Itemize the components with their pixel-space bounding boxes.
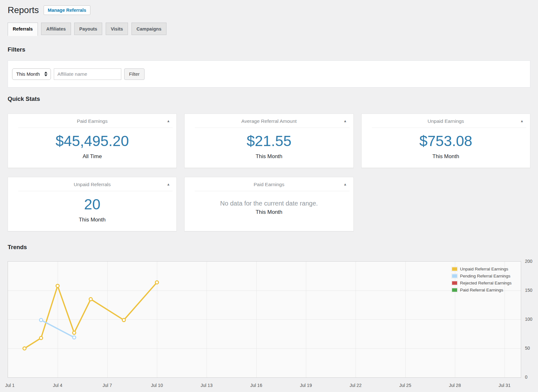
stat-period: This Month — [185, 207, 353, 223]
x-axis-tick-label: Jul 10 — [147, 383, 167, 388]
manage-referrals-button[interactable]: Manage Referrals — [44, 5, 90, 15]
select-stepper-icon — [44, 72, 47, 76]
series-line-unpaid-referral-earnings — [25, 283, 157, 348]
stat-period: This Month — [8, 213, 176, 231]
stat-value: $753.08 — [362, 128, 530, 149]
data-point — [122, 318, 125, 322]
tab-affiliates[interactable]: Affiliates — [41, 23, 71, 35]
stat-card-paid-earnings-all-time: Paid Earnings ▲ $45,495.20 All Time — [8, 114, 177, 168]
chart-legend: Unpaid Referral EarningsPending Referral… — [451, 267, 512, 295]
stat-card-title: Unpaid Referrals — [74, 182, 111, 187]
data-point — [155, 281, 159, 284]
stat-value: $21.55 — [185, 128, 353, 149]
x-axis-tick-label: Jul 25 — [395, 383, 415, 388]
legend-item: Unpaid Referral Earnings — [451, 267, 512, 271]
stat-card-unpaid-referrals: Unpaid Referrals ▲ 20 This Month — [8, 177, 177, 231]
legend-swatch-icon — [451, 288, 458, 292]
stat-card-title: Paid Earnings — [254, 182, 285, 187]
filters-heading: Filters — [8, 46, 530, 53]
collapse-toggle-icon[interactable]: ▲ — [343, 181, 347, 187]
stat-card-title: Unpaid Earnings — [428, 118, 464, 124]
stat-card-paid-earnings-this-month: Paid Earnings ▲ No data for the current … — [184, 177, 353, 231]
tab-payouts[interactable]: Payouts — [74, 23, 102, 35]
report-tabs: Referrals Affiliates Payouts Visits Camp… — [8, 23, 530, 37]
x-axis-tick-label: Jul 4 — [47, 383, 68, 388]
trends-heading: Trends — [8, 243, 530, 251]
data-point — [56, 284, 59, 287]
tab-campaigns[interactable]: Campaigns — [131, 23, 166, 35]
x-axis-tick-label: Jul 13 — [196, 383, 217, 388]
legend-label: Paid Referral Earnings — [460, 288, 503, 292]
data-point — [73, 331, 76, 334]
chart-canvas — [8, 262, 521, 377]
collapse-toggle-icon[interactable]: ▲ — [343, 118, 347, 124]
data-point — [89, 298, 92, 301]
y-axis-tick-label: 200 — [525, 259, 538, 264]
x-axis-tick-label: Jul 28 — [445, 383, 465, 388]
stat-card-unpaid-earnings: Unpaid Earnings ▲ $753.08 This Month — [361, 114, 530, 168]
y-axis-tick-label: 0 — [525, 374, 538, 380]
affiliate-name-input[interactable] — [54, 68, 121, 80]
page-title: Reports — [8, 5, 39, 16]
stat-value: 20 — [8, 191, 176, 213]
stat-value: $45,495.20 — [8, 128, 176, 149]
stat-card-title: Average Referral Amount — [241, 118, 297, 124]
tab-visits[interactable]: Visits — [106, 23, 128, 35]
chart-plot-area: Unpaid Referral EarningsPending Referral… — [8, 261, 521, 378]
x-axis-tick-label: Jul 16 — [246, 383, 266, 388]
data-point — [73, 336, 76, 339]
legend-swatch-icon — [451, 281, 458, 285]
x-axis-tick-label: Jul 22 — [345, 383, 366, 388]
x-axis-tick-label: Jul 7 — [97, 383, 117, 388]
stat-period: This Month — [185, 149, 353, 168]
x-axis-tick-label: Jul 31 — [494, 383, 515, 388]
date-range-select[interactable]: This Month — [12, 68, 51, 80]
collapse-toggle-icon[interactable]: ▲ — [166, 181, 170, 187]
data-point — [39, 336, 43, 340]
legend-swatch-icon — [451, 274, 458, 278]
legend-swatch-icon — [451, 267, 458, 271]
quick-stats-heading: Quick Stats — [8, 95, 530, 103]
legend-label: Rejected Referral Earnings — [460, 281, 512, 285]
date-range-selected-value: This Month — [16, 71, 40, 77]
stat-period: This Month — [362, 149, 530, 168]
data-point — [23, 347, 26, 350]
legend-item: Paid Referral Earnings — [451, 288, 512, 292]
stat-no-data-message: No data for the current date range. — [185, 191, 353, 207]
filter-button[interactable]: Filter — [124, 68, 144, 80]
stat-period: All Time — [8, 149, 176, 168]
collapse-toggle-icon[interactable]: ▲ — [520, 118, 524, 124]
tab-referrals[interactable]: Referrals — [8, 23, 38, 36]
legend-item: Rejected Referral Earnings — [451, 281, 512, 285]
trends-chart: Unpaid Referral EarningsPending Referral… — [8, 261, 530, 392]
data-point — [39, 318, 43, 322]
page-header: Reports Manage Referrals — [8, 4, 530, 16]
legend-item: Pending Referral Earnings — [451, 274, 512, 278]
stat-card-title: Paid Earnings — [77, 118, 108, 124]
stat-card-average-referral-amount: Average Referral Amount ▲ $21.55 This Mo… — [184, 114, 353, 168]
x-axis-tick-label: Jul 19 — [296, 383, 316, 388]
legend-label: Pending Referral Earnings — [460, 274, 510, 278]
y-axis-tick-label: 100 — [525, 317, 538, 322]
y-axis-tick-label: 50 — [525, 346, 538, 351]
reports-page: Reports Manage Referrals Referrals Affil… — [8, 0, 530, 392]
filters-bar: This Month Filter — [8, 60, 530, 88]
y-axis-tick-label: 150 — [525, 288, 538, 293]
collapse-toggle-icon[interactable]: ▲ — [166, 118, 170, 124]
x-axis-tick-label: Jul 1 — [0, 383, 20, 388]
quick-stats-cards: Paid Earnings ▲ $45,495.20 All Time Aver… — [8, 114, 530, 231]
legend-label: Unpaid Referral Earnings — [460, 267, 508, 271]
